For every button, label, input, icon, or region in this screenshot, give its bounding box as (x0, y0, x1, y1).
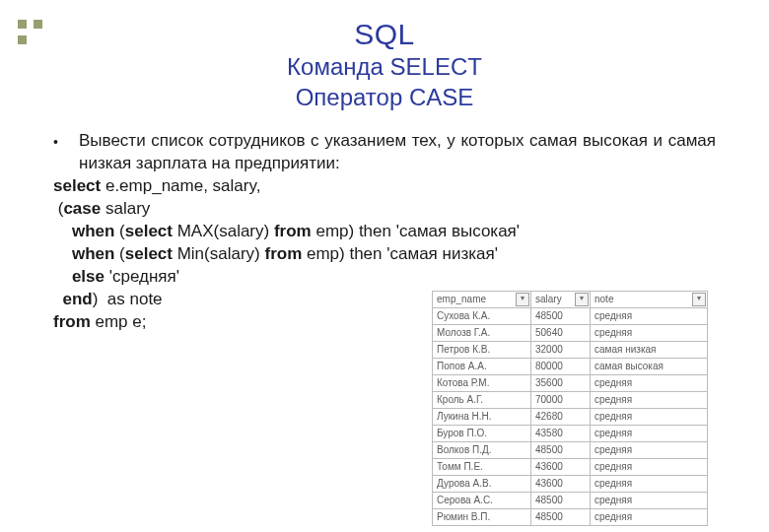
cell-salary: 43600 (530, 476, 590, 492)
cell-emp-name: Сухова К.А. (432, 308, 530, 324)
cell-emp-name: Лукина Н.Н. (432, 409, 530, 425)
slide: SQL Команда SELECT Оператор CASE • Вывес… (0, 0, 769, 532)
cell-emp-name: Попов А.А. (432, 359, 530, 374)
cell-salary: 43600 (530, 459, 590, 475)
cell-emp-name: Молозв Г.А. (432, 325, 530, 341)
cell-salary: 42680 (530, 409, 590, 425)
col-header-note: note▾ (590, 292, 708, 307)
kw-select: select (53, 176, 101, 195)
cell-emp-name: Дурова А.В. (432, 476, 530, 492)
kw-when: when (72, 222, 114, 240)
decoration-square (34, 20, 42, 29)
cell-salary: 48500 (530, 308, 590, 324)
bullet-text: Вывести список сотрудников с указанием т… (79, 130, 716, 175)
cell-note: средняя (590, 509, 708, 525)
table-row: Дурова А.В.43600средняя (432, 475, 708, 492)
kw-when: when (72, 244, 114, 263)
cell-note: средняя (590, 476, 708, 492)
dropdown-icon: ▾ (575, 293, 589, 306)
cell-note: средняя (590, 459, 708, 475)
cell-salary: 48500 (530, 509, 590, 525)
table-row: Попов А.А.80000самая высокая (432, 358, 708, 374)
cell-note: средняя (590, 392, 708, 408)
bullet-icon: • (53, 130, 79, 175)
slide-subtitle-1: Команда SELECT (0, 51, 769, 82)
cell-emp-name: Рюмин В.П. (432, 509, 530, 525)
cell-salary: 48500 (530, 493, 590, 508)
table-row: Лукина Н.Н.42680средняя (432, 408, 708, 425)
cell-note: средняя (590, 308, 708, 324)
kw-else: else (72, 267, 105, 286)
bullet-item: • Вывести список сотрудников с указанием… (53, 130, 716, 175)
cell-salary: 70000 (530, 392, 590, 408)
dropdown-icon: ▾ (692, 293, 706, 306)
cell-emp-name: Волков П.Д. (432, 442, 530, 458)
decoration-square (18, 20, 27, 29)
table-row: Серова А.С.48500средняя (432, 492, 708, 508)
table-row: Рюмин В.П.48500средняя (432, 508, 708, 526)
cell-note: самая высокая (590, 359, 708, 374)
kw-end: end (62, 290, 92, 308)
cell-salary: 80000 (530, 359, 590, 374)
slide-subtitle-2: Оператор CASE (0, 82, 769, 112)
cell-salary: 32000 (530, 342, 590, 358)
kw-select: select (125, 222, 173, 240)
table-row: Петров К.В.32000самая низкая (432, 341, 708, 358)
kw-select: select (125, 244, 173, 263)
cell-emp-name: Петров К.В. (432, 342, 530, 358)
cell-salary: 43580 (530, 426, 590, 441)
cell-note: средняя (590, 426, 708, 441)
table-row: Котова Р.М.35600средняя (432, 374, 708, 391)
cell-emp-name: Томм П.Е. (432, 459, 530, 475)
col-header-emp-name: emp_name▾ (432, 292, 530, 307)
cell-note: средняя (590, 493, 708, 508)
col-header-salary: salary▾ (530, 292, 590, 307)
cell-note: средняя (590, 442, 708, 458)
cell-emp-name: Кроль А.Г. (432, 392, 530, 408)
table-header: emp_name▾ salary▾ note▾ (432, 291, 708, 307)
cell-note: средняя (590, 375, 708, 391)
cell-salary: 48500 (530, 442, 590, 458)
cell-note: средняя (590, 325, 708, 341)
dropdown-icon: ▾ (516, 293, 529, 306)
table-row: Кроль А.Г.70000средняя (432, 391, 708, 408)
decoration-square (18, 35, 27, 44)
table-row: Молозв Г.А.50640средняя (432, 324, 708, 341)
table-row: Сухова К.А.48500средняя (432, 307, 708, 324)
table-row: Буров П.О.43580средняя (432, 425, 708, 441)
cell-salary: 50640 (530, 325, 590, 341)
title-block: SQL Команда SELECT Оператор CASE (0, 0, 769, 112)
table-row: Томм П.Е.43600средняя (432, 458, 708, 475)
table-row: Волков П.Д.48500средняя (432, 441, 708, 458)
cell-salary: 35600 (530, 375, 590, 391)
cell-note: самая низкая (590, 342, 708, 358)
cell-note: средняя (590, 409, 708, 425)
slide-title: SQL (0, 18, 769, 51)
kw-case: case (63, 199, 101, 218)
result-table: emp_name▾ salary▾ note▾ Сухова К.А.48500… (432, 291, 708, 526)
cell-emp-name: Серова А.С. (432, 493, 530, 508)
cell-emp-name: Котова Р.М. (432, 375, 530, 391)
cell-emp-name: Буров П.О. (432, 426, 530, 441)
kw-from: from (264, 244, 302, 263)
kw-from: from (274, 222, 312, 240)
kw-from: from (53, 312, 91, 331)
